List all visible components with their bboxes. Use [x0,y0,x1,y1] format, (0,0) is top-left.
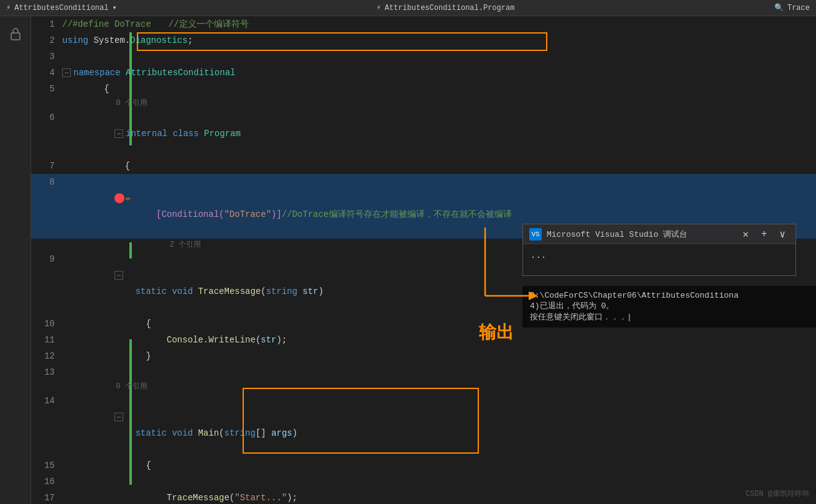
vs-icon: VS [529,228,542,241]
dropdown-icon[interactable]: ▾ [112,3,116,12]
table-row: 16 [31,474,816,490]
trace-label: Trace [787,4,810,12]
close-button[interactable]: ✕ [739,227,753,242]
file-path: AttributesConditional.Program [385,4,515,12]
debug-console-header: VS Microsoft Visual Studio 调试台 ✕ + ∨ [523,224,795,244]
output-line-1: D:\CodeForCS\Chapter06\AttributesConditi… [530,291,816,300]
table-row: 3 [31,48,816,65]
dropdown-button[interactable]: ∨ [776,227,789,242]
pencil-icon: ✏ [126,193,131,203]
collapse-button-3[interactable]: − [114,271,123,280]
breakpoint-dot [114,193,124,203]
table-row: 5 { [31,81,816,97]
arrow-label: 输出 [479,321,514,344]
watermark: CSDN @康凯哇咔咔 [746,488,810,499]
table-row: 17 TraceMessage("Start..."); [31,490,816,504]
title-bar: ⚡ AttributesConditional ▾ ⚡ AttributesCo… [0,0,816,16]
sidebar [0,16,31,504]
table-row: 1 //#define DoTrace //定义一个编译符号 [31,16,816,32]
output-box: D:\CodeForCS\Chapter06\AttributesConditi… [522,286,816,328]
table-row: 7 { [31,158,816,174]
table-row: 11 Console.WriteLine(str); [31,332,816,348]
search-icon: 🔍 [774,3,784,12]
center-icon: ⚡ [376,3,381,12]
table-row: 15 { [31,457,816,474]
collapse-button-4[interactable]: − [114,413,123,421]
left-icon: ⚡ [6,3,11,12]
debug-console: VS Microsoft Visual Studio 调试台 ✕ + ∨ ... [522,224,796,276]
file-name-left: AttributesConditional [14,4,108,12]
output-line-3: 按任意键关闭此窗口．．．| [530,311,816,323]
table-row: 0 个引用 [31,97,816,109]
table-row: 2 using System.Diagnostics; [31,32,816,48]
debug-console-body: ... [523,244,795,275]
title-right: 🔍 Trace [774,3,810,12]
table-row: 4 −namespace AttributesConditional [31,65,816,81]
svg-rect-0 [11,33,20,40]
table-row: 13 [31,364,816,380]
debug-console-title: Microsoft Visual Studio 调试台 [547,229,734,240]
table-row: 6 −internal class Program [31,109,816,158]
code-area: 1 //#define DoTrace //定义一个编译符号 2 using S… [31,16,816,504]
title-left: ⚡ AttributesConditional ▾ [6,3,117,12]
output-line-2: 4)已退出，代码为 0。 [530,300,816,311]
table-row: 0 个引用 [31,380,816,393]
collapse-button[interactable]: − [62,68,71,77]
add-button[interactable]: + [758,227,771,241]
table-row: 12 } [31,348,816,364]
table-row: 14 − static void Main(string[] args) [31,393,816,457]
sidebar-icon-lock[interactable] [4,22,27,45]
editor-container: 1 //#define DoTrace //定义一个编译符号 2 using S… [0,16,816,504]
title-center: ⚡ AttributesConditional.Program [376,3,514,12]
collapse-button-2[interactable]: − [114,129,123,138]
